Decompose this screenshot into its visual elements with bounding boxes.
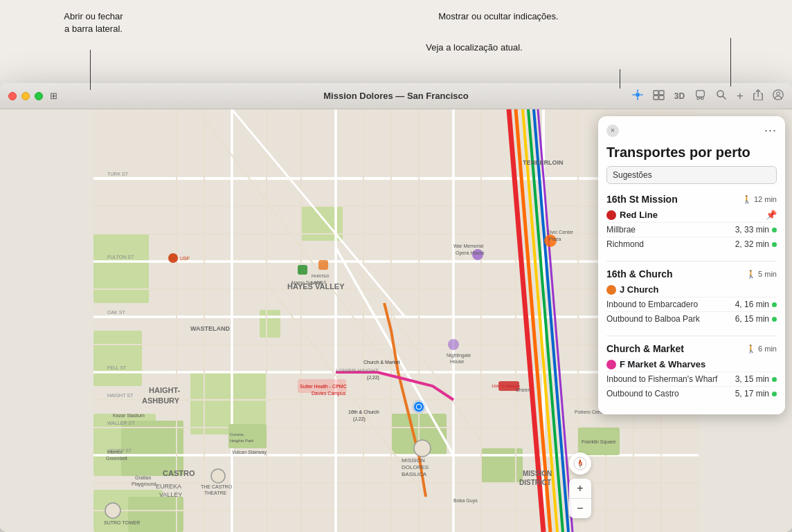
transit-button[interactable]	[694, 90, 706, 102]
svg-text:(J,22): (J,22)	[367, 375, 379, 380]
walk-icon-2: 🚶	[746, 270, 756, 279]
svg-text:Vulcan Stairway: Vulcan Stairway	[232, 450, 267, 455]
zoom-control: + −	[569, 479, 591, 518]
svg-text:Davies Campus: Davies Campus	[312, 391, 346, 396]
svg-text:Heights Park: Heights Park	[230, 439, 254, 443]
svg-point-103	[211, 469, 225, 483]
svg-text:LOWER HAIGHT: LOWER HAIGHT	[336, 367, 379, 374]
map-area[interactable]: TURK ST FULTON ST OAK ST FELL ST HAIGHT …	[0, 109, 792, 532]
station-header-16th-mission: 16th St Mission 🚶 12 min	[606, 190, 777, 208]
three-d-button[interactable]: 3D	[674, 91, 685, 101]
sidebar-toggle-icon[interactable]: ⊞	[50, 91, 57, 101]
svg-text:Nightingale: Nightingale	[447, 353, 471, 358]
svg-text:Boba Guys: Boba Guys	[453, 498, 478, 504]
route-badge-red: Red Line	[606, 208, 658, 222]
route-red-line: Red Line 📌 Millbrae 3, 33 min Richmond	[606, 208, 777, 251]
suggestions-select[interactable]: Sugestões Favoritos	[606, 166, 777, 184]
sidebar-annotation: Abrir ou fechara barra lateral.	[38, 10, 149, 35]
transit-section-church-market: Church & Market 🚶 6 min F Market & Wharv…	[598, 339, 785, 407]
direction-name-embarcadero: Inbound to Embarcadero	[606, 300, 735, 309]
route-badge-f: F Market & Wharves	[606, 357, 705, 372]
station-name-church-market: Church & Market	[606, 343, 684, 354]
svg-text:Kezar Stadium: Kezar Stadium	[113, 413, 145, 418]
compass-button[interactable]: N	[569, 452, 591, 475]
station-name-16th-mission: 16th St Mission	[606, 194, 678, 205]
svg-text:VALLEY: VALLEY	[159, 491, 182, 498]
svg-text:THE CASTRO: THE CASTRO	[201, 484, 233, 489]
station-header-church-market: Church & Market 🚶 6 min	[606, 339, 777, 357]
location-button[interactable]	[632, 89, 643, 102]
map-controls: N + −	[569, 452, 591, 518]
location-annotation: Veja a localização atual.	[395, 42, 554, 54]
station-walk-16th-mission: 🚶 12 min	[742, 195, 777, 204]
direction-millbrae: Millbrae 3, 33 min	[606, 222, 777, 237]
svg-text:HAIGHT-: HAIGHT-	[149, 386, 181, 394]
share-button[interactable]	[753, 89, 763, 102]
direction-time-millbrae: 3, 33 min	[735, 225, 777, 235]
walk-icon-3: 🚶	[746, 345, 756, 354]
zoom-out-button[interactable]: −	[569, 499, 591, 518]
svg-point-106	[105, 503, 120, 518]
svg-text:War Memorial: War Memorial	[453, 244, 484, 248]
svg-rect-13	[93, 331, 142, 386]
svg-text:Corona: Corona	[230, 432, 244, 437]
direction-richmond: Richmond 2, 32 min	[606, 237, 777, 251]
svg-point-99	[414, 440, 431, 457]
svg-rect-92	[318, 260, 328, 270]
direction-time-castro: 5, 17 min	[735, 389, 777, 398]
svg-text:EUREKA: EUREKA	[156, 483, 181, 490]
direction-time-richmond: 2, 32 min	[735, 239, 777, 249]
sidebar-more-button[interactable]: ···	[764, 123, 777, 138]
sidebar-panel-header: × ···	[598, 116, 785, 142]
walk-icon: 🚶	[742, 195, 752, 204]
svg-text:HAIGHT ST: HAIGHT ST	[107, 393, 134, 398]
svg-text:ASHBURY: ASHBURY	[142, 396, 180, 405]
red-line-label: Red Line	[620, 210, 658, 220]
direction-name-millbrae: Millbrae	[606, 225, 735, 235]
add-button[interactable]: +	[737, 89, 744, 103]
transit-section-16th-mission: 16th St Mission 🚶 12 min Red Line 📌	[598, 190, 785, 258]
realtime-indicator	[772, 242, 777, 247]
direction-time-balboa: 6, 15 min	[735, 314, 777, 324]
route-f-market: F Market & Wharves Inbound to Fisherman'…	[606, 357, 777, 401]
map-type-button[interactable]	[653, 90, 665, 102]
direction-balboa: Outbound to Balboa Park 6, 15 min	[606, 311, 777, 326]
svg-text:SUTRO TOWER: SUTRO TOWER	[104, 520, 140, 525]
directions-annotation-line	[730, 38, 731, 86]
direction-time-embarcadero: 4, 16 min	[735, 300, 777, 309]
svg-point-0	[636, 93, 640, 97]
svg-text:Playground: Playground	[132, 481, 156, 487]
svg-text:OAK ST: OAK ST	[107, 310, 125, 315]
svg-rect-19	[260, 310, 280, 338]
svg-rect-18	[128, 497, 183, 532]
traffic-lights	[8, 92, 43, 100]
svg-text:FULTON ST: FULTON ST	[107, 255, 134, 259]
zoom-in-button[interactable]: +	[569, 479, 591, 498]
svg-text:WALLER ST: WALLER ST	[107, 421, 135, 425]
svg-text:THEATRE: THEATRE	[204, 490, 226, 495]
svg-text:(J,22): (J,22)	[353, 416, 366, 422]
realtime-indicator-2	[772, 302, 777, 307]
realtime-indicator	[772, 228, 777, 232]
maximize-button[interactable]	[35, 92, 43, 100]
svg-point-122	[448, 339, 459, 350]
profile-button[interactable]	[773, 89, 784, 102]
svg-text:CASTRO: CASTRO	[163, 469, 195, 477]
svg-text:Grattan: Grattan	[135, 475, 151, 480]
search-button[interactable]	[716, 89, 727, 102]
close-button[interactable]	[8, 92, 17, 100]
svg-text:16th & Church: 16th & Church	[348, 410, 379, 414]
j-church-label: J Church	[620, 284, 658, 295]
sidebar-panel-close[interactable]: ×	[606, 125, 619, 137]
minimize-button[interactable]	[21, 92, 30, 100]
svg-rect-12	[93, 234, 149, 303]
svg-rect-3	[654, 95, 658, 100]
svg-text:Church & Market: Church & Market	[363, 360, 400, 365]
svg-point-82	[168, 253, 178, 263]
titlebar-actions: 3D +	[632, 89, 784, 103]
direction-castro: Outbound to Castro 5, 17 min	[606, 386, 777, 401]
svg-text:Plaza: Plaza	[549, 237, 561, 241]
svg-text:MISSION: MISSION	[402, 457, 425, 464]
route-badge-j: J Church	[606, 282, 658, 297]
svg-text:Opera House: Opera House	[456, 250, 485, 256]
